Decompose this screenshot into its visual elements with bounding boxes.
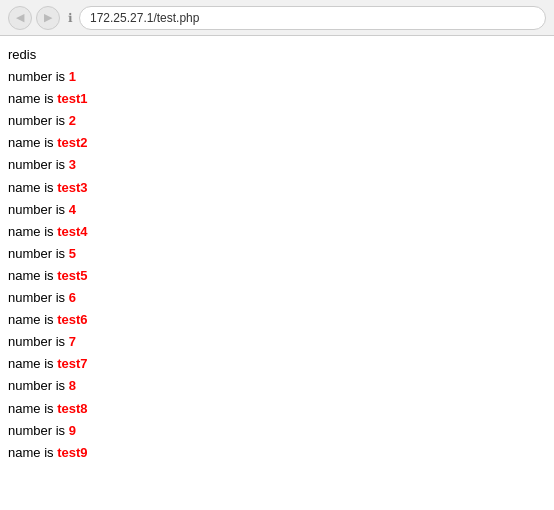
name-value: test8 [57,401,87,416]
name-value: test1 [57,91,87,106]
number-line: number is 3 [8,154,546,176]
name-line: name is test6 [8,309,546,331]
security-icon: ℹ [68,11,73,25]
number-line: number is 5 [8,243,546,265]
back-icon: ◀ [16,11,24,24]
name-line: name is test2 [8,132,546,154]
name-value: test6 [57,312,87,327]
number-line: number is 1 [8,66,546,88]
name-value: test5 [57,268,87,283]
number-value: 2 [69,113,76,128]
name-line: name is test5 [8,265,546,287]
number-value: 9 [69,423,76,438]
number-line: number is 4 [8,199,546,221]
address-bar[interactable]: 172.25.27.1/test.php [79,6,546,30]
number-line: number is 9 [8,420,546,442]
name-line: name is test4 [8,221,546,243]
name-value: test9 [57,445,87,460]
page-content: redis number is 1name is test1number is … [0,36,554,472]
browser-toolbar: ◀ ▶ ℹ 172.25.27.1/test.php [0,0,554,36]
number-value: 4 [69,202,76,217]
number-value: 3 [69,157,76,172]
number-line: number is 7 [8,331,546,353]
nav-buttons: ◀ ▶ [8,6,60,30]
number-line: number is 2 [8,110,546,132]
name-value: test7 [57,356,87,371]
forward-icon: ▶ [44,11,52,24]
name-line: name is test3 [8,177,546,199]
name-line: name is test1 [8,88,546,110]
forward-button[interactable]: ▶ [36,6,60,30]
number-line: number is 8 [8,375,546,397]
name-value: test3 [57,180,87,195]
number-line: number is 6 [8,287,546,309]
number-value: 6 [69,290,76,305]
name-value: test2 [57,135,87,150]
back-button[interactable]: ◀ [8,6,32,30]
number-value: 1 [69,69,76,84]
name-line: name is test9 [8,442,546,464]
name-line: name is test7 [8,353,546,375]
url-text: 172.25.27.1/test.php [90,11,199,25]
number-value: 8 [69,378,76,393]
name-value: test4 [57,224,87,239]
number-value: 5 [69,246,76,261]
items-list: number is 1name is test1number is 2name … [8,66,546,464]
redis-label: redis [8,44,546,66]
number-value: 7 [69,334,76,349]
name-line: name is test8 [8,398,546,420]
